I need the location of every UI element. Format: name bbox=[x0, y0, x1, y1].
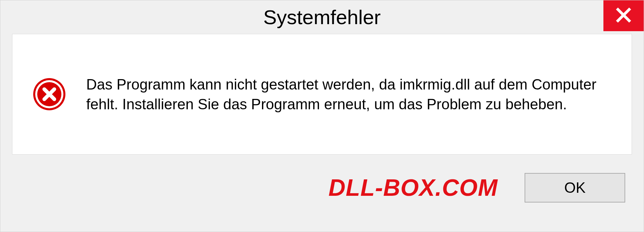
error-icon bbox=[33, 77, 66, 111]
watermark-text: DLL-BOX.COM bbox=[328, 174, 498, 201]
dialog-title: Systemfehler bbox=[263, 6, 381, 29]
titlebar: Systemfehler bbox=[0, 0, 644, 34]
close-icon bbox=[615, 7, 632, 25]
system-error-dialog: Systemfehler Das Programm kann nicht ges… bbox=[0, 0, 644, 232]
ok-button[interactable]: OK bbox=[525, 173, 625, 202]
error-message: Das Programm kann nicht gestartet werden… bbox=[86, 74, 611, 114]
dialog-footer: DLL-BOX.COM OK bbox=[0, 166, 644, 216]
ok-button-label: OK bbox=[564, 179, 586, 196]
close-button[interactable] bbox=[603, 0, 644, 31]
content-panel: Das Programm kann nicht gestartet werden… bbox=[12, 34, 632, 155]
